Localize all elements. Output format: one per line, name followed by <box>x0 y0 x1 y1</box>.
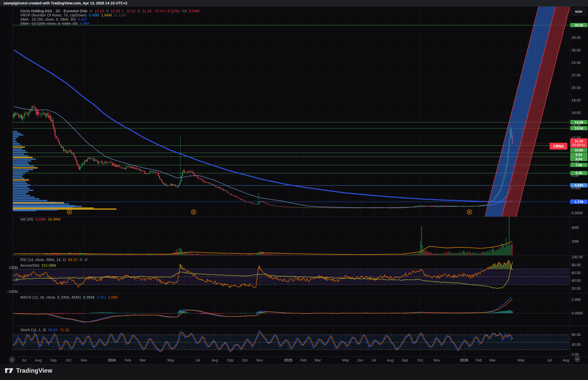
legend-value: 151.58M <box>41 263 56 268</box>
volume-axis-tick: 20M <box>572 239 579 244</box>
legend-value: 11.02 <box>126 9 135 13</box>
legend-volume[interactable]: Vol (20)9.09M20.98M <box>20 217 61 221</box>
legend-row[interactable]: Circio Holding ASA · 1D · Euronext OsloO… <box>20 9 199 13</box>
legend-row[interactable]: Vol (20)9.09M20.98M <box>20 217 61 221</box>
legend-value: 9.09M <box>35 217 46 221</box>
rsi-axis-tick: 40.00 <box>572 278 581 283</box>
legend-value: 12.50 <box>111 9 120 13</box>
footer-logo[interactable]: TradingView <box>5 367 52 374</box>
time-axis-month-label: Feb <box>476 358 482 362</box>
legend-value: 11.16 <box>142 9 152 13</box>
time-axis-year-label: 2026 <box>460 358 468 362</box>
auto-scale-button-label: A <box>576 357 579 361</box>
price-level-tag: 7.65 <box>570 163 587 167</box>
accum-axis-tick: −100M <box>5 289 18 294</box>
tradingview-logo-icon <box>5 367 14 374</box>
time-axis-month-label: Aug <box>212 358 218 362</box>
macd-axis-tick: 0.0000 <box>572 311 583 315</box>
time-axis-month-label: Nov <box>433 358 440 362</box>
rsi-axis-tick: 80.00 <box>572 263 581 267</box>
price-level-tag: 9.63 <box>570 152 587 157</box>
legend-value: 2.058 <box>108 295 117 299</box>
legend-value: L <box>122 9 124 13</box>
tradingview-chart-window: savepiginvest created with TradingView.c… <box>0 0 588 380</box>
legend-title: Accum/Dist <box>20 263 39 268</box>
rsi-axis-tick: 60.00 <box>572 271 581 275</box>
currency-toggle-button[interactable]: NOK <box>572 8 586 15</box>
tag-price: 14.48 <box>570 120 587 124</box>
legend-row[interactable]: SMA · 1D (50, close, 0, SMA, 50)4.417 <box>20 17 199 21</box>
legend-price[interactable]: Circio Holding ASA · 1D · Euronext OsloO… <box>20 9 199 26</box>
current-price-tag: 11.1602:00:41 <box>570 138 587 148</box>
legend-title: SMA · 1D (50, close, 0, SMA, 50) <box>20 17 76 21</box>
time-axis-month-label: Mar <box>314 358 321 362</box>
price-axis-tick: 16.00 <box>572 111 581 115</box>
rsi-axis-tick: 20.00 <box>572 286 581 290</box>
legend-macd[interactable]: MACD (12, 26, close, 9, EMA, EMA)0.29342… <box>20 295 117 299</box>
legend-value: C <box>138 9 140 13</box>
tag-price: 4.435 <box>570 183 587 187</box>
legend-value: 71.10 <box>60 328 69 332</box>
time-axis-month-label: Feb <box>300 358 306 362</box>
chart-canvas[interactable] <box>0 0 588 380</box>
symbol-price-tag: CRNA <box>550 143 567 150</box>
legend-row[interactable]: RSI (14, close, SMA, 14, 2)68.10ØØ <box>20 257 87 263</box>
stoch-axis-tick: 40.00 <box>572 342 581 347</box>
time-axis-month-label: Jun <box>357 358 363 362</box>
legend-title: Vol (20) <box>20 217 33 221</box>
price-level-tag: 14.48 <box>570 120 587 124</box>
legend-value: 65.64 <box>48 328 58 332</box>
legend-value: Ø <box>85 258 87 262</box>
time-axis-month-label: Sep <box>50 358 57 362</box>
accum-axis-tick: 100M <box>5 265 18 270</box>
legend-value: Ø <box>80 258 82 262</box>
time-axis-month-label: Aug <box>35 358 42 362</box>
legend-row[interactable]: Accum/Dist151.58M <box>20 263 87 268</box>
price-level-tag: 13.54 <box>570 126 587 130</box>
tag-price: 7.65 <box>570 163 587 167</box>
time-axis-month-label: Mar <box>489 358 496 362</box>
legend-row[interactable]: Stoch (14, 1, 3)65.6471.10 <box>20 328 69 332</box>
tag-price: 9.00 <box>570 157 587 161</box>
time-axis-month-label: May <box>518 358 525 362</box>
tag-price: 10.80 <box>570 148 587 152</box>
tag-price: 11.16 <box>570 139 587 143</box>
legend-row[interactable]: SMA · 1D (200, close, 0, SMA, 20)1.757 <box>20 21 199 26</box>
legend-row[interactable]: MACD (12, 26, close, 9, EMA, EMA)0.29342… <box>20 295 117 299</box>
volume-axis-tick: 40M <box>572 225 579 230</box>
time-axis-month-label: Nov <box>256 358 263 362</box>
legend-value: 68.10 <box>68 258 78 262</box>
time-axis-month-label: Jul <box>22 358 26 362</box>
legend-value: 1.64M <box>101 13 112 17</box>
legend-value: 1.757 <box>80 21 90 26</box>
tag-price: 6.39 <box>570 171 587 175</box>
time-axis-month-label: Sep <box>402 358 408 362</box>
legend-value: 20.98M <box>48 217 61 221</box>
timezone-button[interactable]: z <box>9 357 15 363</box>
accum-axis-tick: 0 <box>5 277 18 282</box>
legend-stoch[interactable]: Stoch (14, 1, 3)65.6471.10 <box>20 328 69 332</box>
legend-title: SMA · 1D (200, close, 0, SMA, 20) <box>20 21 78 26</box>
legend-value: Vol <box>182 9 187 13</box>
time-axis-month-label: May <box>168 358 174 362</box>
tag-countdown: 02:00:41 <box>570 143 587 147</box>
time-axis-month-label: Nov <box>81 358 87 362</box>
time-axis-month-label: Sep <box>227 358 234 362</box>
legend-row[interactable]: VRVP (Number Of Rows, 70, Up/Down)9.48M1… <box>20 13 199 17</box>
price-axis-tick: 20.00 <box>572 86 581 90</box>
symbol-tag-text: CRNA <box>553 144 564 148</box>
legend-title: Stoch (14, 1, 3) <box>20 328 46 332</box>
price-level-tag: 9.00 <box>570 157 587 161</box>
auto-scale-button[interactable]: A <box>574 356 580 362</box>
time-axis-month-label: Mar <box>140 358 146 362</box>
rsi-axis-tick: 100.00 <box>572 255 583 259</box>
time-axis-month-label: Aug <box>387 358 394 362</box>
legend-value: 9.48M <box>89 13 99 17</box>
tag-price: 9.63 <box>570 153 587 157</box>
legend-value: 2.351 <box>97 295 106 299</box>
legend-rsi[interactable]: RSI (14, close, SMA, 14, 2)68.10ØØAccum/… <box>20 257 87 268</box>
legend-value: 11.12M <box>114 13 126 17</box>
price-axis-tick: 28.00 <box>572 35 581 40</box>
time-axis-month-label: Feb <box>125 358 131 362</box>
time-axis-month-label: Oct <box>242 358 248 362</box>
